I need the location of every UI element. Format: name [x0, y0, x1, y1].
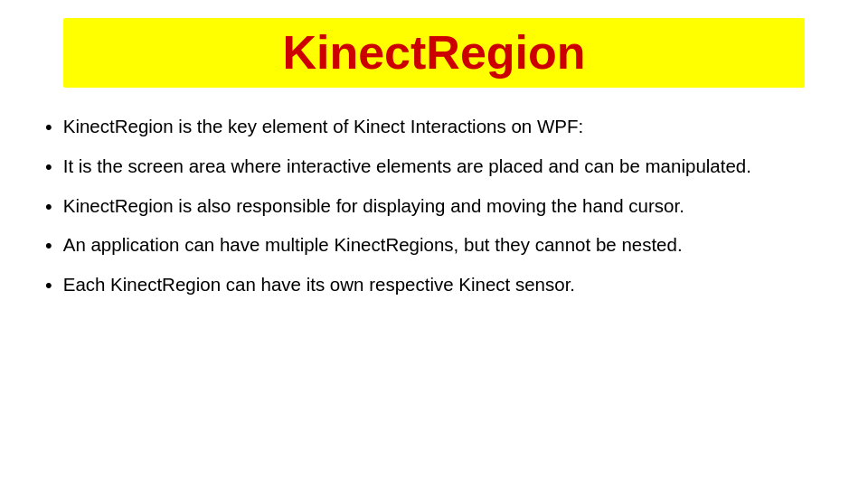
- bullet-text-2: It is the screen area where interactive …: [63, 154, 841, 179]
- bullets-list: • KinectRegion is the key element of Kin…: [27, 108, 841, 305]
- bullet-item-1: • KinectRegion is the key element of Kin…: [45, 108, 841, 147]
- bullet-dot-1: •: [45, 114, 52, 141]
- bullet-dot-4: •: [45, 232, 52, 259]
- bullet-dot-2: •: [45, 154, 52, 181]
- bullet-item-5: • Each KinectRegion can have its own res…: [45, 266, 841, 305]
- bullet-text-5: Each KinectRegion can have its own respe…: [63, 272, 841, 297]
- bullet-text-4: An application can have multiple KinectR…: [63, 232, 841, 258]
- bullet-text-1: KinectRegion is the key element of Kinec…: [63, 114, 841, 139]
- bullet-text-3: KinectRegion is also responsible for dis…: [63, 193, 841, 219]
- bullet-dot-5: •: [45, 272, 52, 299]
- bullet-item-4: • An application can have multiple Kinec…: [45, 226, 841, 266]
- bullet-dot-3: •: [45, 193, 52, 221]
- slide-title: KinectRegion: [282, 26, 585, 79]
- bullet-item-2: • It is the screen area where interactiv…: [45, 147, 841, 187]
- bullet-item-3: • KinectRegion is also responsible for d…: [45, 187, 841, 227]
- title-banner: KinectRegion: [63, 18, 805, 88]
